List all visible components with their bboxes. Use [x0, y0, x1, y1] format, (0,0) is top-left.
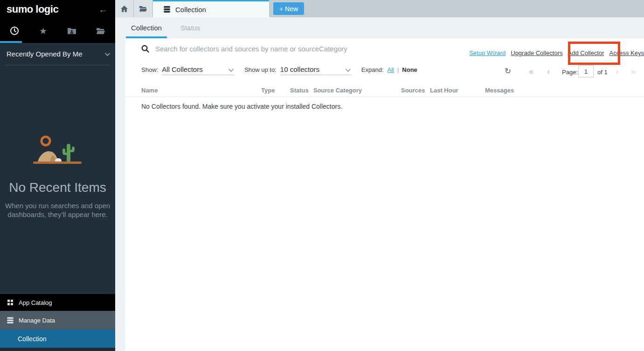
- sidebar-empty-state: No Recent Items When you run searches an…: [0, 134, 115, 219]
- library-button[interactable]: [134, 0, 153, 17]
- collapse-sidebar-icon[interactable]: ←: [98, 5, 108, 14]
- star-icon: ★: [39, 26, 47, 36]
- clock-icon: [10, 26, 19, 35]
- column-header-last-hour: Last Hour: [430, 87, 458, 94]
- sidebar-header: sumo logic ←: [0, 0, 115, 19]
- sidebar-bottom-nav: App Catalog Manage Data Collection: [0, 294, 115, 351]
- column-header-status: Status: [290, 87, 309, 94]
- column-header-name: Name: [141, 87, 158, 94]
- upgrade-collectors-link[interactable]: Upgrade Collectors: [511, 49, 562, 56]
- tab-title: Collection: [175, 6, 206, 14]
- new-tab-button[interactable]: + New: [273, 2, 304, 15]
- column-header-source-category: Source Category: [313, 87, 362, 94]
- recent-items-filter-label: Recently Opened By Me: [7, 50, 83, 58]
- sidebar-bottom-strip: [0, 348, 115, 351]
- refresh-icon[interactable]: ↻: [505, 66, 511, 76]
- library-tab[interactable]: [86, 19, 115, 43]
- favorites-tab[interactable]: ★: [29, 19, 58, 43]
- recents-tab[interactable]: [0, 19, 29, 43]
- recent-items-filter-dropdown[interactable]: Recently Opened By Me: [0, 43, 115, 65]
- content-left-gutter: [115, 38, 125, 351]
- page-label: Page:: [562, 69, 578, 76]
- access-keys-link[interactable]: Access Keys: [609, 49, 644, 56]
- no-recent-items-title: No Recent Items: [0, 180, 115, 195]
- sidebar-item-collection[interactable]: Collection: [0, 330, 115, 348]
- folder-icon: [139, 5, 147, 12]
- search-icon: [141, 45, 149, 53]
- sidebar-icon-tabs: ★: [0, 19, 115, 43]
- desert-illustration: [28, 134, 88, 170]
- header-links: Setup Wizard Upgrade Collectors Add Coll…: [469, 49, 644, 56]
- collectors-table-header: Name Type Status Source Category Sources…: [125, 85, 644, 97]
- search-bar: [141, 45, 416, 53]
- tab-collection[interactable]: Collection: [126, 17, 167, 38]
- top-tab-bar: Collection + New: [115, 0, 644, 17]
- setup-wizard-link[interactable]: Setup Wizard: [469, 49, 506, 56]
- previous-page-icon[interactable]: ‹: [547, 66, 550, 77]
- app-catalog-grid-icon: [7, 300, 14, 305]
- chevron-down-icon: [105, 50, 110, 56]
- shared-content-tab[interactable]: [58, 19, 87, 43]
- collection-window-tab[interactable]: Collection: [153, 0, 269, 17]
- last-page-icon[interactable]: »: [631, 66, 636, 77]
- add-collector-link[interactable]: Add Collector: [568, 49, 604, 56]
- search-input[interactable]: [155, 45, 416, 53]
- column-header-type: Type: [261, 87, 275, 94]
- column-header-sources: Sources: [401, 87, 425, 94]
- pagination: ↻ « ‹ Page: of 1 › »: [125, 65, 644, 79]
- page-count-label: of 1: [597, 69, 608, 76]
- sumo-logic-logo: sumo logic: [7, 3, 58, 15]
- database-icon: [163, 6, 171, 13]
- page-tabs: Collection Status: [115, 17, 644, 38]
- first-page-icon[interactable]: «: [529, 66, 534, 77]
- app-window: sumo logic ← ★: [0, 0, 644, 351]
- database-icon: [7, 317, 14, 324]
- personal-folder-icon: [67, 27, 76, 35]
- home-icon: [120, 5, 128, 13]
- home-button[interactable]: [115, 0, 134, 17]
- empty-table-message: No Collectors found. Make sure you activ…: [141, 103, 342, 110]
- sidebar-item-manage-data[interactable]: Manage Data: [0, 311, 115, 330]
- open-folder-icon: [96, 27, 105, 35]
- tab-status[interactable]: Status: [175, 17, 206, 38]
- next-page-icon[interactable]: ›: [616, 66, 618, 77]
- column-header-messages: Messages: [485, 87, 514, 94]
- page-number-input[interactable]: [578, 65, 594, 77]
- sidebar: sumo logic ← ★: [0, 0, 115, 351]
- sidebar-item-app-catalog[interactable]: App Catalog: [0, 294, 115, 311]
- collection-page: Setup Wizard Upgrade Collectors Add Coll…: [125, 38, 644, 351]
- no-recent-items-caption: When you run searches and open dashboard…: [0, 202, 115, 219]
